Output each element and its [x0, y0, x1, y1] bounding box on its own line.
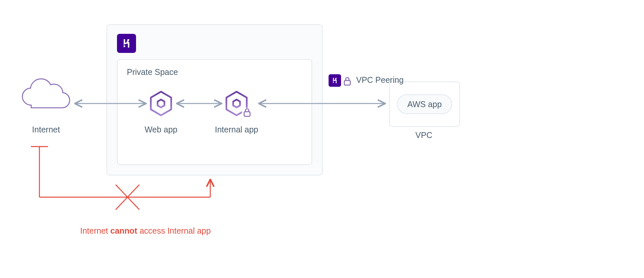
blocked-suffix: access Internal app	[137, 226, 211, 235]
blocked-caption: Internet cannot access Internal app	[80, 226, 211, 236]
blocked-prefix: Internet	[80, 226, 110, 235]
blocked-path	[31, 147, 210, 210]
blocked-emph: cannot	[110, 226, 137, 235]
